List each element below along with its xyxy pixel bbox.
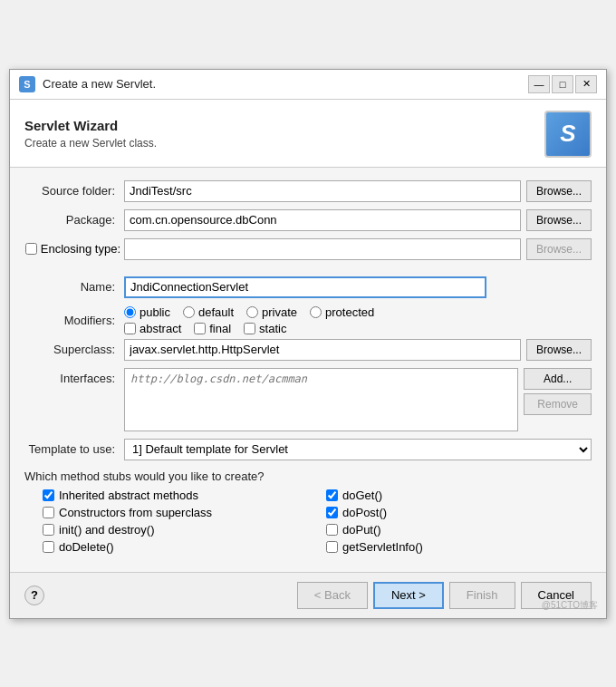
stub-doput-option[interactable]: doPut() [326,523,592,537]
enclosing-type-checkbox-label: Enclosing type: [24,242,124,256]
modifier-static-option[interactable]: static [244,322,286,335]
header-text: Servlet Wizard Create a new Servlet clas… [24,118,157,150]
package-row: Package: Browse... [24,209,592,231]
source-folder-browse-button[interactable]: Browse... [526,180,592,202]
modifier-default-option[interactable]: default [183,305,234,319]
stub-doput-label: doPut() [342,523,381,537]
name-input[interactable] [124,276,486,298]
package-label: Package: [24,213,124,227]
stub-dodelete-label: doDelete() [59,540,114,554]
interfaces-label: Interfaces: [24,368,124,385]
stub-dopost-label: doPost() [342,506,387,519]
footer-left: ? [24,585,44,605]
stubs-title: Which method stubs would you like to cre… [24,469,592,483]
modifiers-label: Modifiers: [24,314,124,327]
enclosing-type-browse-button[interactable]: Browse... [526,238,592,260]
name-label: Name: [24,280,124,294]
template-select[interactable]: 1] Default template for Servlet [124,439,592,460]
modifier-default-label: default [198,305,234,319]
modifier-static-checkbox[interactable] [244,323,255,334]
stubs-section: Which method stubs would you like to cre… [24,469,592,554]
titlebar: S Create a new Servlet. — □ ✕ [10,70,606,100]
interfaces-buttons: Add... Remove [524,368,592,415]
superclass-input[interactable] [124,339,521,361]
wizard-logo: S [544,111,592,158]
modifier-private-option[interactable]: private [246,305,297,319]
stub-doget-checkbox[interactable] [326,489,338,501]
template-row: Template to use: 1] Default template for… [24,439,592,460]
source-folder-input[interactable] [124,180,521,202]
modifier-final-checkbox[interactable] [194,323,206,334]
modifiers-inner: public default private protected [124,305,374,335]
add-interface-button[interactable]: Add... [524,368,592,390]
stub-inherited-label: Inherited abstract methods [59,489,198,502]
stub-dopost-checkbox[interactable] [326,507,338,518]
modifiers-check-group: abstract final static [124,322,374,335]
modifier-abstract-label: abstract [140,322,181,335]
package-input[interactable] [124,209,521,231]
modifier-public-option[interactable]: public [124,305,170,319]
modifier-private-label: private [262,305,297,319]
finish-button[interactable]: Finish [449,582,515,609]
superclass-row: Superclass: Browse... [24,339,592,361]
dialog: S Create a new Servlet. — □ ✕ Servlet Wi… [9,69,607,619]
stub-init-label: init() and destroy() [59,523,154,537]
modifiers-radio-group: public default private protected [124,305,374,319]
minimize-button[interactable]: — [528,75,550,93]
enclosing-type-checkbox[interactable] [25,243,37,255]
enclosing-type-input[interactable] [124,238,521,260]
wizard-title: Servlet Wizard [24,118,157,133]
interfaces-section: Interfaces: Add... Remove [24,368,592,431]
wizard-header: Servlet Wizard Create a new Servlet clas… [10,100,606,168]
modifier-abstract-checkbox[interactable] [124,323,136,334]
window-controls: — □ ✕ [528,75,597,93]
close-button[interactable]: ✕ [575,75,597,93]
help-button[interactable]: ? [24,585,44,605]
interfaces-textarea[interactable] [124,368,518,431]
modifier-abstract-option[interactable]: abstract [124,322,181,335]
modifier-private-radio[interactable] [246,306,258,318]
stub-inherited-option[interactable]: Inherited abstract methods [43,489,308,502]
enclosing-type-label[interactable]: Enclosing type: [41,242,120,256]
form-body: Source folder: Browse... Package: Browse… [10,168,606,572]
stub-doget-label: doGet() [342,489,382,502]
source-folder-label: Source folder: [24,184,124,198]
stub-constructors-label: Constructors from superclass [59,506,212,519]
modifier-protected-radio[interactable] [310,306,322,318]
stub-init-option[interactable]: init() and destroy() [43,523,308,537]
dialog-icon: S [19,76,35,92]
enclosing-type-row: Enclosing type: Browse... [24,238,592,260]
stubs-grid: Inherited abstract methods doGet() Const… [43,489,592,554]
template-label: Template to use: [24,442,124,456]
interfaces-row: Interfaces: Add... Remove [24,368,592,431]
superclass-label: Superclass: [24,343,124,356]
stub-dodelete-option[interactable]: doDelete() [43,540,308,554]
next-button[interactable]: Next > [373,582,444,609]
wizard-subtitle: Create a new Servlet class. [24,137,157,150]
stub-getservlet-option[interactable]: getServletInfo() [326,540,592,554]
footer: ? < Back Next > Finish Cancel [10,572,606,618]
dialog-title: Create a new Servlet. [43,77,521,91]
modifier-public-label: public [140,305,170,319]
stub-constructors-option[interactable]: Constructors from superclass [43,506,308,519]
stub-doput-checkbox[interactable] [326,524,338,536]
stub-getservlet-label: getServletInfo() [342,540,423,554]
stub-init-checkbox[interactable] [43,524,54,536]
modifier-final-option[interactable]: final [194,322,231,335]
stub-doget-option[interactable]: doGet() [326,489,592,502]
stub-dopost-option[interactable]: doPost() [326,506,592,519]
modifier-protected-option[interactable]: protected [310,305,374,319]
stub-dodelete-checkbox[interactable] [43,541,54,553]
remove-interface-button[interactable]: Remove [524,393,592,415]
back-button[interactable]: < Back [297,582,368,609]
stub-getservlet-checkbox[interactable] [326,541,338,553]
stub-inherited-checkbox[interactable] [43,489,54,501]
superclass-browse-button[interactable]: Browse... [526,339,592,361]
maximize-button[interactable]: □ [552,75,573,93]
modifier-public-radio[interactable] [124,306,136,318]
modifiers-row: Modifiers: public default private [24,305,592,335]
package-browse-button[interactable]: Browse... [526,209,592,231]
stub-constructors-checkbox[interactable] [43,507,54,518]
modifier-protected-label: protected [325,305,374,319]
modifier-default-radio[interactable] [183,306,195,318]
